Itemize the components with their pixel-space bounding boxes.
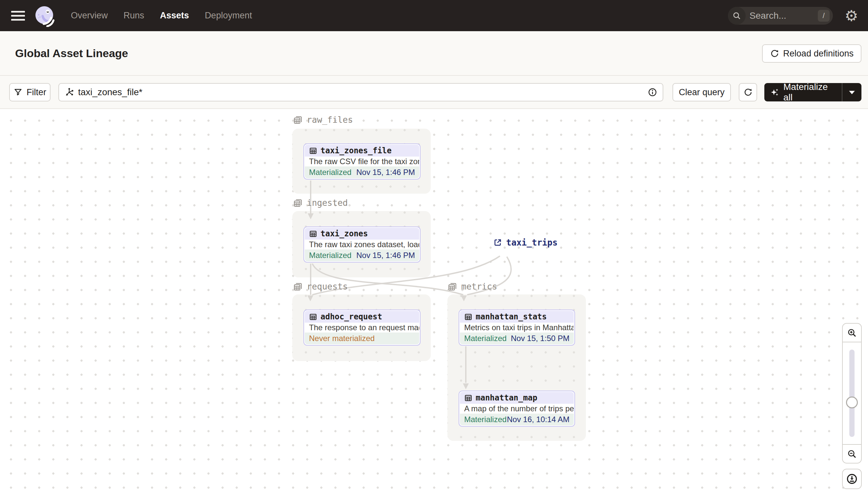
menu-hamburger-icon[interactable]	[11, 10, 25, 21]
asset-group-icon	[447, 281, 457, 291]
asset-node-manhattan_stats[interactable]: manhattan_stats Metrics on taxi trips in…	[459, 309, 575, 346]
chevron-down-icon	[848, 90, 855, 95]
asset-timestamp: Nov 15, 1:46 PM	[356, 251, 415, 260]
group-label-requests[interactable]: requests	[293, 281, 348, 291]
asset-group-icon	[293, 198, 303, 208]
info-icon[interactable]	[648, 87, 657, 97]
asset-description: The response to an request made in th...	[305, 323, 419, 332]
filter-button[interactable]: Filter	[9, 83, 51, 101]
group-label-metrics[interactable]: metrics	[447, 281, 497, 291]
group-label-ingested[interactable]: ingested	[293, 198, 348, 208]
lineage-toolbar: Filter Clear query Materialize all	[0, 76, 868, 109]
dagster-logo[interactable]	[33, 5, 56, 27]
nav-overview[interactable]: Overview	[71, 11, 108, 21]
refresh-graph-button[interactable]	[739, 83, 757, 101]
table-icon	[309, 230, 317, 238]
funnel-icon	[14, 88, 23, 97]
zoom-slider-handle[interactable]	[846, 396, 858, 408]
zoom-out-icon	[847, 449, 857, 459]
asset-status: Materialized	[309, 251, 351, 260]
reload-definitions-label: Reload definitions	[783, 49, 854, 59]
table-icon	[464, 394, 472, 402]
asset-timestamp: Nov 15, 1:46 PM	[356, 168, 415, 177]
reload-definitions-button[interactable]: Reload definitions	[762, 44, 862, 63]
download-image-button[interactable]	[842, 469, 862, 489]
asset-status: Materialized	[464, 415, 507, 424]
materialize-all-label: Materialize all	[783, 83, 836, 101]
filter-label: Filter	[26, 87, 46, 98]
group-label-raw_files[interactable]: raw_files	[293, 115, 353, 125]
materialize-all-split-button: Materialize all	[764, 83, 862, 101]
group-name: raw_files	[307, 115, 353, 125]
asset-status: Materialized	[464, 334, 507, 343]
query-input[interactable]	[78, 87, 644, 98]
asset-selection-query[interactable]	[58, 83, 663, 101]
zoom-in-icon	[847, 328, 857, 338]
asset-group-icon	[293, 115, 303, 125]
external-asset-label: taxi_trips	[506, 238, 558, 248]
group-name: metrics	[461, 281, 497, 291]
zoom-controls	[842, 323, 862, 463]
lineage-edges	[0, 109, 868, 495]
asset-description: The raw taxi zones dataset, loaded int..…	[305, 240, 419, 250]
download-icon	[846, 473, 858, 485]
materialize-all-button[interactable]: Materialize all	[764, 83, 842, 101]
zoom-in-button[interactable]	[843, 324, 861, 342]
table-icon	[309, 313, 317, 321]
group-name: ingested	[307, 198, 348, 208]
search-input[interactable]	[746, 11, 818, 21]
search-icon	[728, 7, 746, 24]
refresh-icon	[770, 49, 779, 58]
page-header: Global Asset Lineage Reload definitions	[0, 31, 868, 76]
asset-description: The raw CSV file for the taxi zones dat.…	[305, 157, 419, 167]
zoom-out-button[interactable]	[843, 444, 861, 463]
asset-description: A map of the number of trips per taxi z.…	[460, 404, 574, 414]
sparkle-icon	[770, 87, 779, 97]
global-search[interactable]: /	[728, 7, 833, 24]
external-asset-taxi_trips[interactable]: taxi_trips	[493, 238, 558, 248]
materialize-options-button[interactable]	[843, 83, 862, 101]
op-selector-icon	[64, 87, 74, 97]
clear-query-label: Clear query	[679, 87, 725, 98]
asset-node-taxi_zones[interactable]: taxi_zones The raw taxi zones dataset, l…	[303, 226, 421, 262]
asset-name: manhattan_stats	[476, 312, 547, 321]
asset-status: Never materialized	[309, 334, 375, 343]
refresh-icon	[743, 88, 752, 97]
group-name: requests	[307, 281, 348, 291]
clear-query-button[interactable]: Clear query	[672, 83, 731, 101]
nav-assets[interactable]: Assets	[160, 11, 189, 21]
asset-timestamp: Nov 16, 10:14 AM	[507, 415, 569, 424]
asset-node-manhattan_map[interactable]: manhattan_map A map of the number of tri…	[459, 391, 575, 427]
lineage-canvas[interactable]: raw_files ingested requests metrics taxi…	[0, 109, 868, 495]
asset-name: manhattan_map	[476, 393, 537, 403]
nav-runs[interactable]: Runs	[124, 11, 144, 21]
asset-node-adhoc_request[interactable]: adhoc_request The response to an request…	[303, 309, 421, 346]
asset-group-icon	[293, 281, 303, 291]
zoom-slider-track[interactable]	[849, 349, 854, 437]
table-icon	[309, 147, 317, 155]
primary-nav: Overview Runs Assets Deployment	[71, 11, 252, 21]
asset-name: adhoc_request	[320, 312, 382, 321]
asset-node-taxi_zones_file[interactable]: taxi_zones_file The raw CSV file for the…	[303, 143, 421, 180]
gear-icon[interactable]: ⚙	[845, 8, 858, 23]
top-nav: Overview Runs Assets Deployment / ⚙	[0, 0, 868, 31]
page-title: Global Asset Lineage	[15, 47, 128, 60]
table-icon	[464, 313, 472, 321]
asset-timestamp: Nov 15, 1:50 PM	[511, 334, 569, 343]
asset-name: taxi_zones_file	[320, 146, 392, 155]
asset-description: Metrics on taxi trips in Manhattan	[460, 323, 574, 332]
external-link-icon	[493, 238, 502, 247]
nav-deployment[interactable]: Deployment	[205, 11, 252, 21]
zoom-slider[interactable]	[843, 342, 861, 444]
asset-name: taxi_zones	[320, 229, 368, 238]
asset-status: Materialized	[309, 168, 351, 177]
search-shortcut-badge: /	[818, 10, 830, 22]
